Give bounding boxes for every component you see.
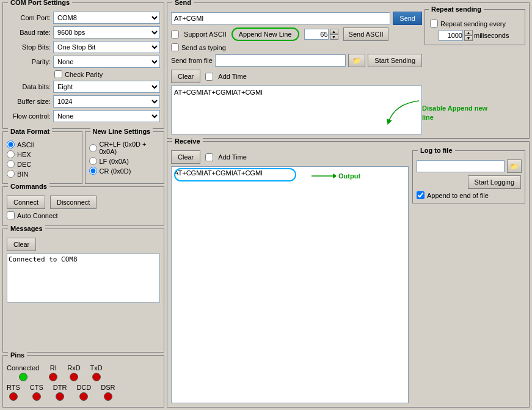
com-port-label: Com Port: <box>7 14 51 21</box>
disconnect-button[interactable]: Disconnect <box>50 196 97 209</box>
pin-ri-dot <box>49 373 57 381</box>
buffer-size-select[interactable]: 1024 <box>53 95 160 108</box>
data-bits-label: Data bits: <box>7 83 51 90</box>
send-content-text: AT+CGMIAT+CGMIAT+CGMI <box>174 89 263 96</box>
pin-dtr: DTR <box>53 384 67 401</box>
start-sending-button[interactable]: Start Sending <box>368 54 422 67</box>
repeat-sending-label: Repeat sending every <box>440 20 506 27</box>
repeat-interval-down[interactable]: ▼ <box>464 35 473 41</box>
pin-connected-dot <box>19 373 27 381</box>
send-button[interactable]: Send <box>393 12 422 25</box>
num-input[interactable] <box>304 29 329 40</box>
receive-add-time-checkbox[interactable] <box>205 153 213 161</box>
disable-annotation-text: Disable Append new line <box>422 104 487 121</box>
com-port-select[interactable]: COM8 <box>53 12 160 24</box>
new-line-settings-title: New Line Settings <box>90 128 153 135</box>
crlf-label: CR+LF (0x0D + 0x0A) <box>100 141 161 155</box>
append-new-line-button[interactable]: Append New Line <box>231 27 299 41</box>
crlf-radio[interactable] <box>89 144 97 152</box>
stop-bits-label: Stop Bits: <box>7 43 51 51</box>
repeat-sending-checkbox[interactable] <box>430 20 438 27</box>
data-bits-select[interactable]: Eight <box>53 81 160 93</box>
cr-label: CR (0x0D) <box>100 167 131 175</box>
auto-connect-checkbox[interactable] <box>7 211 15 219</box>
bin-radio[interactable] <box>7 170 15 178</box>
pin-cts-label: CTS <box>30 384 43 391</box>
pin-dsr: DSR <box>101 384 115 401</box>
pin-dsr-label: DSR <box>101 384 115 391</box>
repeat-interval-input[interactable] <box>439 30 463 41</box>
browse-log-button[interactable]: 📁 <box>507 159 522 173</box>
send-ascii-button[interactable]: Send ASCII <box>343 27 389 41</box>
support-ascii-label: Support ASCII <box>184 31 227 38</box>
dec-radio[interactable] <box>7 160 15 168</box>
flow-control-label: Flow control: <box>7 112 51 120</box>
flow-control-select[interactable]: None <box>53 110 160 122</box>
pin-dcd-dot <box>79 392 88 401</box>
lf-label: LF (0x0A) <box>100 158 129 165</box>
pins-title: Pins <box>8 351 27 359</box>
pin-txd-label: TxD <box>90 364 103 372</box>
com-port-settings-title: COM Port Settings <box>8 0 72 6</box>
pin-dcd-label: DCD <box>76 384 91 391</box>
hex-radio[interactable] <box>7 150 15 158</box>
check-parity-checkbox[interactable] <box>54 70 62 78</box>
pin-rts: RTS <box>7 384 20 401</box>
connect-button[interactable]: Connect <box>7 196 45 209</box>
ascii-radio[interactable] <box>7 141 15 148</box>
data-format-title: Data Format <box>8 128 52 135</box>
log-file-input[interactable] <box>417 160 505 172</box>
send-add-time-checkbox[interactable] <box>205 73 213 81</box>
pin-txd: TxD <box>90 364 103 381</box>
browse-send-button[interactable]: 📁 <box>348 54 365 67</box>
send-clear-button[interactable]: Clear <box>171 70 200 83</box>
receive-content-area: AT+CGMIAT+CGMIAT+CGMI <box>171 166 409 403</box>
messages-box: Messages Clear Connected to COM8 <box>2 229 164 353</box>
messages-textarea[interactable]: Connected to COM8 <box>7 254 160 302</box>
pin-cts-dot <box>32 392 41 401</box>
receive-content-text: AT+CGMIAT+CGMIAT+CGMI <box>174 169 263 177</box>
send-from-file-label: Send from file <box>171 57 213 64</box>
check-parity-label: Check Parity <box>65 71 103 78</box>
repeat-interval-up[interactable]: ▲ <box>464 30 473 35</box>
pin-dtr-label: DTR <box>53 384 67 391</box>
pin-dsr-dot <box>104 392 112 401</box>
send-box: Send Repeat sending Repeat sending every… <box>167 2 530 139</box>
messages-title: Messages <box>8 225 45 232</box>
log-file-title: Log to file <box>418 147 455 154</box>
start-logging-button[interactable]: Start Logging <box>468 175 521 189</box>
lf-radio[interactable] <box>89 157 97 165</box>
pin-rxd: RxD <box>67 364 80 381</box>
send-input[interactable] <box>171 12 390 24</box>
messages-clear-button[interactable]: Clear <box>7 238 36 251</box>
pin-rts-label: RTS <box>7 384 20 391</box>
cr-radio[interactable] <box>89 167 97 175</box>
buffer-size-label: Buffer size: <box>7 98 51 105</box>
new-line-settings-box: New Line Settings CR+LF (0x0D + 0x0A) LF… <box>85 131 165 184</box>
support-ascii-checkbox[interactable] <box>171 31 179 38</box>
pin-rxd-dot <box>70 373 78 381</box>
send-file-input[interactable] <box>215 54 346 67</box>
dec-label: DEC <box>17 161 31 168</box>
receive-clear-button[interactable]: Clear <box>171 150 200 164</box>
append-to-end-checkbox[interactable] <box>417 191 425 199</box>
baud-rate-select[interactable]: 9600 bps <box>53 26 160 38</box>
send-title: Send <box>172 0 194 6</box>
send-as-typing-checkbox[interactable] <box>171 43 179 51</box>
parity-label: Parity: <box>7 58 51 65</box>
data-format-box: Data Format ASCII HEX DEC BIN <box>2 131 82 184</box>
receive-add-time-label: Add Time <box>218 153 246 161</box>
stop-bits-select[interactable]: One Stop Bit <box>53 41 160 53</box>
pin-cts: CTS <box>30 384 43 401</box>
pin-txd-dot <box>92 373 101 381</box>
pin-rts-dot <box>9 392 18 401</box>
parity-select[interactable]: None <box>53 56 160 68</box>
log-file-box: Log to file 📁 Start Logging Append to en… <box>412 150 525 203</box>
disable-annotation: Disable Append new line <box>422 104 520 123</box>
num-up[interactable]: ▲ <box>330 29 338 34</box>
output-annotation: Output <box>312 171 360 181</box>
miliseconds-label: miliseconds <box>474 32 509 39</box>
commands-box: Commands Connect Disconnect Auto Connect <box>2 186 164 226</box>
pin-connected-label: Connected <box>7 364 39 372</box>
num-down[interactable]: ▼ <box>330 34 338 40</box>
